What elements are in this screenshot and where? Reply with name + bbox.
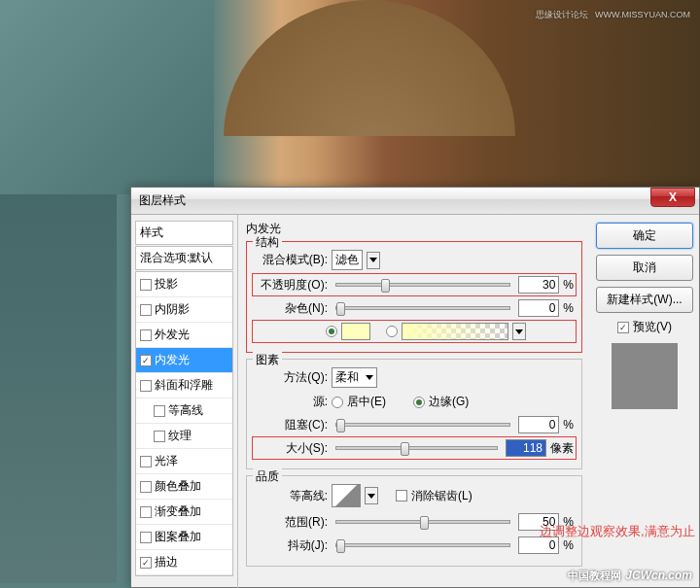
blend-mode-dropdown[interactable] [367, 252, 380, 269]
layer-style-dialog: 图层样式 X 样式 混合选项:默认 投影 内阴影 外发光 内发光 斜面和浮雕 等… [130, 187, 700, 588]
dialog-titlebar[interactable]: 图层样式 X [131, 188, 699, 215]
style-item-satin[interactable]: 光泽 [136, 449, 232, 474]
range-row: 范围(R): 50 % [255, 513, 574, 531]
choke-slider[interactable] [335, 423, 510, 427]
noise-slider[interactable] [335, 306, 510, 310]
checkbox[interactable] [154, 431, 165, 442]
settings-panel: 内发光 结构 混合模式(B): 滤色 不透明度(O): 30 % 杂色(N): [238, 215, 590, 588]
elements-group: 图素 方法(Q): 柔和 源: 居中(E) 边缘(G) 阻塞(C): 0 [246, 359, 582, 469]
blend-options-item[interactable]: 混合选项:默认 [135, 246, 233, 270]
unit-px: 像素 [550, 440, 574, 457]
style-item-pattern-overlay[interactable]: 图案叠加 [136, 525, 232, 550]
source-edge-label: 边缘(G) [429, 394, 469, 410]
unit-percent: % [563, 278, 574, 292]
blend-mode-label: 混合模式(B): [255, 252, 328, 268]
choke-row: 阻塞(C): 0 % [255, 416, 574, 433]
contour-picker[interactable] [332, 484, 361, 507]
style-list: 投影 内阴影 外发光 内发光 斜面和浮雕 等高线 纹理 光泽 颜色叠加 渐变叠加… [135, 271, 233, 576]
size-input[interactable]: 118 [506, 439, 546, 457]
style-item-outer-glow[interactable]: 外发光 [136, 323, 232, 348]
jitter-row: 抖动(J): 0 % [255, 536, 574, 554]
method-select[interactable]: 柔和 [332, 367, 377, 388]
opacity-slider[interactable] [335, 283, 510, 287]
style-item-gradient-overlay[interactable]: 渐变叠加 [136, 500, 232, 525]
checkbox[interactable] [140, 456, 152, 467]
group-title-elements: 图素 [253, 352, 282, 368]
style-item-drop-shadow[interactable]: 投影 [136, 272, 232, 297]
checkbox[interactable] [140, 304, 152, 316]
checkbox[interactable] [140, 329, 152, 341]
style-item-color-overlay[interactable]: 颜色叠加 [136, 474, 232, 500]
gradient-preview[interactable] [402, 323, 508, 340]
contour-row: 等高线: 消除锯齿(L) [255, 484, 574, 507]
choke-input[interactable]: 0 [518, 416, 559, 433]
range-slider[interactable] [335, 520, 510, 524]
slider-thumb[interactable] [420, 516, 429, 530]
noise-row: 杂色(N): 0 % [255, 299, 574, 317]
opacity-row: 不透明度(O): 30 % [252, 273, 577, 296]
preview-label: 预览(V) [633, 319, 672, 335]
annotation-text: 边调整边观察效果,满意为止 [540, 523, 695, 540]
slider-thumb[interactable] [381, 279, 390, 293]
style-item-texture[interactable]: 纹理 [136, 424, 232, 449]
slider-thumb[interactable] [336, 302, 345, 316]
styles-panel: 样式 混合选项:默认 投影 内阴影 外发光 内发光 斜面和浮雕 等高线 纹理 光… [131, 215, 238, 588]
source-center-radio[interactable] [332, 397, 343, 408]
blend-mode-row: 混合模式(B): 滤色 [255, 250, 574, 270]
source-row: 源: 居中(E) 边缘(G) [255, 394, 574, 410]
opacity-input[interactable]: 30 [518, 276, 559, 294]
styles-header[interactable]: 样式 [135, 221, 233, 245]
antialias-label: 消除锯齿(L) [411, 488, 472, 504]
slider-thumb[interactable] [401, 442, 409, 456]
slider-thumb[interactable] [336, 419, 345, 432]
group-title-structure: 结构 [253, 234, 282, 251]
style-item-contour[interactable]: 等高线 [136, 398, 232, 424]
unit-percent: % [563, 418, 574, 432]
jitter-slider[interactable] [335, 543, 510, 547]
checkbox[interactable] [154, 405, 165, 417]
checkbox[interactable] [140, 279, 152, 291]
checkbox[interactable] [140, 557, 152, 569]
checkbox[interactable] [140, 355, 152, 366]
noise-input[interactable]: 0 [518, 299, 559, 317]
ok-button[interactable]: 确定 [596, 223, 693, 249]
bg-blur-left [0, 0, 214, 194]
size-slider[interactable] [335, 446, 498, 450]
cancel-button[interactable]: 取消 [596, 255, 693, 281]
style-item-bevel[interactable]: 斜面和浮雕 [136, 373, 232, 398]
source-edge-radio[interactable] [413, 397, 425, 408]
bg-blur-bottom [0, 194, 117, 583]
choke-label: 阻塞(C): [255, 417, 328, 433]
checkbox[interactable] [140, 380, 152, 392]
antialias-checkbox[interactable] [396, 490, 407, 502]
source-label: 源: [255, 394, 328, 410]
opacity-label: 不透明度(O): [255, 277, 328, 294]
style-item-inner-glow[interactable]: 内发光 [136, 348, 232, 373]
watermark-bottom-cn: 中国教程网 [568, 570, 621, 581]
gradient-dropdown[interactable] [512, 323, 526, 340]
method-row: 方法(Q): 柔和 [255, 367, 574, 388]
checkbox[interactable] [140, 506, 152, 518]
new-style-button[interactable]: 新建样式(W)... [596, 287, 693, 313]
quality-group: 品质 等高线: 消除锯齿(L) 范围(R): 50 % 抖动(J): [246, 475, 582, 567]
preview-checkbox[interactable] [617, 322, 629, 333]
slider-thumb[interactable] [336, 539, 345, 553]
blend-mode-select[interactable]: 滤色 [332, 250, 363, 270]
range-label: 范围(R): [255, 514, 328, 531]
jitter-label: 抖动(J): [255, 537, 328, 554]
checkbox[interactable] [140, 532, 152, 543]
style-item-inner-shadow[interactable]: 内阴影 [136, 297, 232, 323]
unit-percent: % [563, 538, 574, 552]
close-button[interactable]: X [650, 188, 695, 207]
contour-dropdown[interactable] [365, 487, 378, 504]
checkbox[interactable] [140, 481, 152, 493]
color-gradient-radio[interactable] [386, 326, 398, 337]
source-center-label: 居中(E) [347, 394, 386, 410]
group-title-quality: 品质 [253, 468, 282, 485]
color-swatch[interactable] [341, 323, 370, 340]
chevron-down-icon [366, 375, 373, 380]
style-item-stroke[interactable]: 描边 [136, 550, 232, 575]
method-label: 方法(Q): [255, 369, 328, 386]
watermark-top-url: WWW.MISSYUAN.COM [595, 10, 690, 19]
color-solid-radio[interactable] [326, 326, 337, 337]
